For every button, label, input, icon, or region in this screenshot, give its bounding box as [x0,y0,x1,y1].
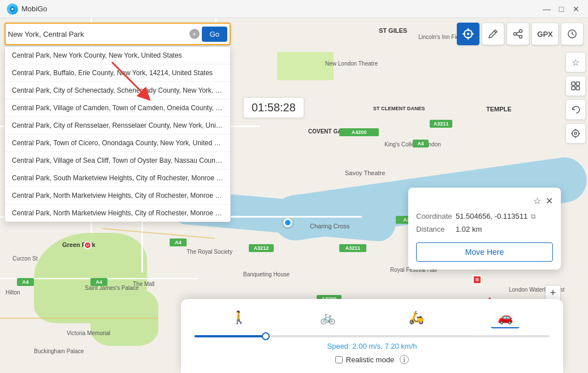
coordinate-label: Coordinate [416,212,456,220]
search-result-9[interactable]: Central Park, North Marketview Heights, … [5,205,230,222]
map-label-newlondon: New London Theatre [325,60,378,67]
speed-slider-fill [194,335,266,337]
search-result-6[interactable]: Central Park, Village of Sea Cliff, Town… [5,152,230,170]
search-result-1[interactable]: Central Park, Buffalo, Erie County, New … [5,64,230,82]
search-result-0[interactable]: Central Park, New York County, New York,… [5,47,230,64]
map-label-charingcross: Charing Cross [310,223,349,229]
walk-mode[interactable]: 🚶 [224,308,253,328]
search-go-button[interactable]: Go [202,27,227,42]
svg-line-12 [494,31,496,33]
transport-modes: 🚶 🚲 🛵 🚗 [194,308,550,328]
search-result-3[interactable]: Central Park, Village of Camden, Town of… [5,99,230,117]
timer-display: 01:58:28 [243,97,304,118]
search-result-7[interactable]: Central Park, South Marketview Heights, … [5,170,230,187]
distance-row: Distance 1.02 km [416,225,553,233]
maximize-button[interactable]: □ [556,4,567,14]
gps-right-button[interactable] [565,123,586,144]
zoom-in-button[interactable]: + [545,285,561,301]
app-title: MobiGo [21,5,47,13]
bike-icon: 🚲 [320,310,335,325]
svg-line-16 [516,32,519,33]
share-button[interactable] [507,23,529,45]
search-result-4[interactable]: Central Park, City of Rensselaer, Rensse… [5,117,230,135]
copy-coordinate-button[interactable]: ⧉ [531,212,536,220]
search-clear-button[interactable]: × [189,29,200,39]
history-button[interactable] [561,23,583,45]
app-icon [7,3,18,15]
move-here-button[interactable]: Move Here [416,242,553,262]
svg-point-11 [467,33,469,35]
search-result-8[interactable]: Central Park, North Marketview Heights, … [5,187,230,205]
svg-rect-23 [572,86,575,90]
map-label-buckinghampalace: Buckingham Palace [34,348,84,354]
speed-info: Speed: 2.00 m/s, 7.20 km/h [194,342,550,350]
svg-line-20 [572,34,574,35]
search-dropdown: Central Park, New York County, New York,… [5,46,231,222]
svg-point-25 [572,130,579,137]
walk-icon: 🚶 [231,310,247,325]
main-area: A4200 A301 A3211 A4 A4 A3212 A4 A3200 A3… [0,18,588,373]
gpx-button[interactable]: GPX [531,23,559,45]
titlebar: MobiGo — □ ✕ [0,0,588,18]
app-logo: MobiGo [7,3,47,15]
speed-value: 2.00 m/s, 7.20 km/h [352,342,417,350]
search-input[interactable] [8,30,189,38]
map-label-hilton: Hilton [6,289,20,296]
svg-point-26 [574,132,577,135]
current-location-marker [283,218,292,227]
map-label-victoriamemorial: Victoria Memorial [67,330,110,336]
realistic-mode-wrap: Realistic mode ℹ [194,355,550,364]
distance-label: Distance [416,225,456,233]
speed-slider[interactable] [194,335,550,337]
layers-right-button[interactable] [565,76,586,96]
popup-close-button[interactable]: ✕ [546,196,553,206]
popup-star-button[interactable]: ☆ [533,196,541,206]
minimize-button[interactable]: — [542,4,552,14]
car-icon: 🚗 [498,310,513,325]
map-label-savoytheatre: Savoy Theatre [345,170,385,176]
distance-value: 1.02 km [456,225,482,233]
map-label-royalsociety: The Royal Society [187,249,232,255]
map-label-stgiles: ST GILES [379,27,407,34]
speed-slider-thumb[interactable] [262,332,270,340]
window-controls: — □ ✕ [542,4,581,14]
realistic-mode-label: Realistic mode [346,355,394,364]
car-mode[interactable]: 🚗 [491,308,520,328]
svg-point-15 [520,36,522,38]
search-result-2[interactable]: Central Park, City of Schenectady, Schen… [5,82,230,99]
realistic-mode-checkbox[interactable] [335,356,343,363]
search-result-5[interactable]: Central Park, Town of Cicero, Onondaga C… [5,135,230,152]
coordinate-value: 51.504656, -0.113511 [456,212,528,220]
location-crosshair-button[interactable] [457,23,479,45]
map-label-curzonst: Curzon St [12,255,37,262]
svg-rect-24 [576,86,580,90]
svg-line-17 [516,34,519,36]
map-label-stclement: ST CLEMENT DANES [373,106,425,111]
popup-header: ☆ ✕ [416,196,553,206]
map-label-banquetinghouse: Banqueting House [243,271,289,277]
search-input-wrap: × Go [5,23,231,45]
realistic-info-icon[interactable]: ℹ [400,355,409,364]
star-right-button[interactable]: ☆ [565,52,586,72]
close-button[interactable]: ✕ [571,4,581,14]
svg-rect-22 [576,82,580,85]
map-label-themall: The Mall [133,281,154,287]
scooter-icon: 🛵 [409,310,424,325]
transport-panel: 🚶 🚲 🛵 🚗 Speed: 2.00 m/s, 7.20 km/h [181,299,563,373]
scooter-mode[interactable]: 🛵 [402,308,431,328]
map-label-temple: TEMPLE [486,106,512,112]
toolbar: GPX [457,23,583,45]
svg-rect-21 [572,82,575,85]
speed-slider-wrap [194,335,550,337]
svg-point-1 [11,8,14,10]
coordinate-row: Coordinate 51.504656, -0.113511 ⧉ [416,212,553,220]
right-panel: ☆ [565,52,586,144]
pen-button[interactable] [482,23,504,45]
svg-point-14 [514,33,517,36]
bike-mode[interactable]: 🚲 [313,308,342,328]
search-bar: × Go Central Park, New York County, New … [5,23,231,222]
coordinate-popup: ☆ ✕ Coordinate 51.504656, -0.113511 ⧉ Di… [408,188,561,270]
undo-right-button[interactable] [565,99,586,120]
svg-point-13 [520,30,522,33]
